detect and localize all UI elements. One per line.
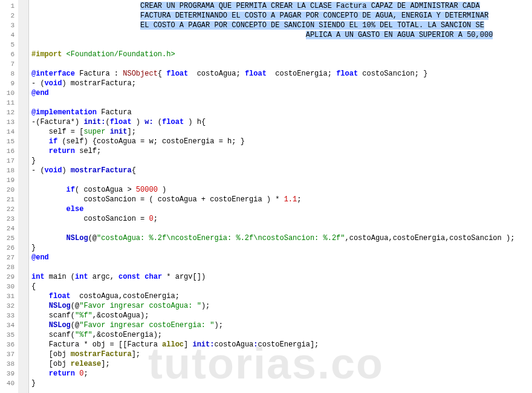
token: "Favor ingresar costoEnergia: " xyxy=(79,321,214,330)
code-line[interactable]: } xyxy=(31,156,532,166)
token: 1.1 xyxy=(284,195,297,204)
token: init xyxy=(110,128,128,136)
token: costoAgua; xyxy=(188,70,245,78)
code-line[interactable]: float costoAgua,costoEnergia; xyxy=(31,291,532,301)
token: @end xyxy=(31,253,49,262)
code-line[interactable]: return 0; xyxy=(31,369,532,378)
code-line[interactable] xyxy=(31,98,532,108)
token: ) xyxy=(62,166,70,175)
code-line[interactable] xyxy=(31,262,532,272)
token: CREAR UN PROGRAMA QUE PERMITA CREAR LA C… xyxy=(140,2,480,10)
code-line[interactable]: } xyxy=(31,378,532,388)
code-line[interactable]: int main (int argc, const char * argv[]) xyxy=(31,272,532,282)
line-number-gutter: 1234567891011121314151617181920212223242… xyxy=(0,0,18,393)
token: -(Factura*) xyxy=(31,118,83,126)
code-line[interactable]: EL COSTO A PAGAR POR CONCEPTO DE SANCION… xyxy=(31,21,532,30)
code-line[interactable]: APLICA A UN GASTO EN AGUA SUPERIOR A 50,… xyxy=(31,30,532,40)
token: @end xyxy=(31,89,49,97)
code-line[interactable] xyxy=(31,59,532,69)
code-line[interactable]: { xyxy=(31,282,532,291)
token: @implementation xyxy=(31,108,97,117)
code-line[interactable]: scanf("%f",&costoAgua); xyxy=(31,311,532,320)
code-line[interactable] xyxy=(31,175,532,185)
code-line[interactable]: NSLog(@"Favor ingresar costoAgua: "); xyxy=(31,301,532,311)
line-number: 9 xyxy=(1,79,15,88)
code-line[interactable]: Factura * obj = [[Factura alloc] init:co… xyxy=(31,340,532,349)
code-line[interactable]: return self; xyxy=(31,146,532,156)
code-line[interactable]: FACTURA DETERMINANDO EL COSTO A PAGAR PO… xyxy=(31,11,532,21)
token: NSLog xyxy=(49,302,71,310)
line-number: 6 xyxy=(1,50,15,59)
token: float xyxy=(166,70,188,78)
line-number: 35 xyxy=(1,330,15,340)
line-number: 30 xyxy=(1,282,15,291)
token xyxy=(31,321,49,330)
token: ) mostrarFactura; xyxy=(62,79,135,88)
code-line[interactable]: self = [super init]; xyxy=(31,127,532,137)
code-line[interactable]: costoSancion = ( costoAgua + costoEnergi… xyxy=(31,195,532,204)
code-line[interactable]: @end xyxy=(31,88,532,98)
line-number: 24 xyxy=(1,224,15,233)
line-number: 1 xyxy=(1,1,15,11)
code-line[interactable]: #import <Foundation/Foundation.h> xyxy=(31,50,532,59)
code-area[interactable]: CREAR UN PROGRAMA QUE PERMITA CREAR LA C… xyxy=(29,0,532,393)
token: release xyxy=(71,360,101,368)
line-number: 16 xyxy=(1,146,15,156)
code-line[interactable]: NSLog(@"costoAgua: %.2f\ncostoEnergia: %… xyxy=(31,233,532,243)
token: Factura xyxy=(97,108,132,117)
code-editor[interactable]: 1234567891011121314151617181920212223242… xyxy=(0,0,532,393)
code-line[interactable]: @end xyxy=(31,253,532,262)
token: { xyxy=(201,118,206,126)
token: costoEnergia; xyxy=(267,70,336,78)
code-line[interactable]: CREAR UN PROGRAMA QUE PERMITA CREAR LA C… xyxy=(31,1,532,11)
token: float xyxy=(49,292,71,300)
code-line[interactable]: else xyxy=(31,204,532,214)
token: ]; xyxy=(127,128,135,136)
token: ]; xyxy=(101,360,109,368)
line-number: 18 xyxy=(1,166,15,175)
line-number: 13 xyxy=(1,117,15,127)
token xyxy=(31,31,306,39)
code-line[interactable]: if( costoAgua > 50000 ) xyxy=(31,185,532,195)
line-number: 12 xyxy=(1,108,15,117)
code-line[interactable]: -(Factura*) init:(float ) w: (float ) h{ xyxy=(31,117,532,127)
code-line[interactable] xyxy=(31,224,532,233)
code-line[interactable]: NSLog(@"Favor ingresar costoEnergia: "); xyxy=(31,320,532,330)
token xyxy=(105,128,109,136)
token: super xyxy=(83,128,105,136)
token: ; xyxy=(83,369,88,378)
line-number: 22 xyxy=(1,204,15,214)
token: [obj xyxy=(31,360,71,368)
token: return xyxy=(49,369,75,378)
token: NSLog xyxy=(49,321,71,330)
token: (@ xyxy=(71,302,79,310)
code-line[interactable]: - (void) mostrarFactura{ xyxy=(31,166,532,175)
token: "%f" xyxy=(75,331,92,339)
token: costoAgua,costoEnergia; xyxy=(71,292,180,300)
token: float xyxy=(336,70,358,78)
code-line[interactable]: scanf("%f",&costoEnergia); xyxy=(31,330,532,340)
line-number: 33 xyxy=(1,311,15,320)
line-number: 11 xyxy=(1,98,15,108)
line-number: 8 xyxy=(1,69,15,79)
code-line[interactable] xyxy=(31,40,532,50)
fold-margin xyxy=(18,0,29,393)
token: (self) {costoAgua = w; costoEnergia = h;… xyxy=(57,137,245,146)
code-line[interactable]: [obj mostrarFactura]; xyxy=(31,349,532,359)
token xyxy=(31,302,49,310)
code-line[interactable]: if (self) {costoAgua = w; costoEnergia =… xyxy=(31,137,532,146)
token xyxy=(31,147,49,155)
token: if xyxy=(49,137,57,146)
token: ) xyxy=(132,118,145,126)
code-line[interactable]: costoSancion = 0; xyxy=(31,214,532,224)
token: ] xyxy=(184,340,192,349)
code-line[interactable]: [obj release]; xyxy=(31,359,532,369)
code-line[interactable]: } xyxy=(31,243,532,253)
code-line[interactable]: @implementation Factura xyxy=(31,108,532,117)
token: void xyxy=(45,79,62,88)
code-line[interactable]: - (void) mostrarFactura; xyxy=(31,79,532,88)
code-line[interactable]: @interface Factura : NSObject{ float cos… xyxy=(31,69,532,79)
line-number: 25 xyxy=(1,233,15,243)
token: ,&costoAgua); xyxy=(92,311,149,320)
token: costoEnergia]; xyxy=(258,340,319,349)
